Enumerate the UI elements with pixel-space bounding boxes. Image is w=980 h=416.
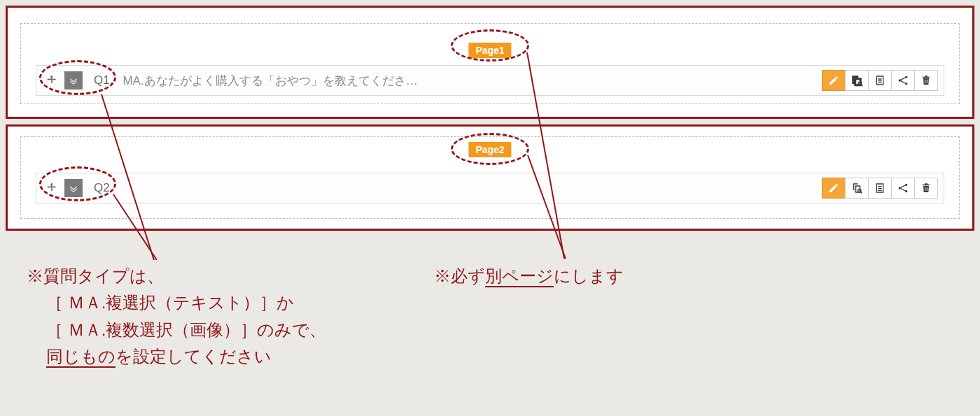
note-left: ※質問タイプは、 ［ ＭＡ.複選択（テキスト）］か ［ ＭＡ.複数選択（画像）］… <box>27 263 326 371</box>
page-panel-2: Page2 Q2. <box>6 124 974 231</box>
note-left-line1: ※質問タイプは、 <box>27 266 164 285</box>
branch-button[interactable] <box>891 178 915 199</box>
question-number: Q1. <box>94 73 113 87</box>
question-row-2[interactable]: Q2. <box>36 173 944 203</box>
question-text: MA.あなたがよく購入する「おやつ」を教えてくださ… <box>122 73 417 89</box>
memo-button[interactable] <box>868 178 892 199</box>
note-left-line2: ［ ＭＡ.複選択（テキスト）］か <box>27 293 294 312</box>
drag-icon[interactable] <box>43 180 60 196</box>
delete-button[interactable] <box>914 178 938 199</box>
row-actions <box>822 178 938 199</box>
question-type-icon[interactable] <box>64 71 83 89</box>
question-number: Q2. <box>94 181 113 195</box>
question-type-icon[interactable] <box>64 179 83 197</box>
svg-line-6 <box>860 192 862 193</box>
page-badge-1: Page1 <box>468 43 511 58</box>
page-badge-2: Page2 <box>468 142 511 157</box>
note-left-line3: ［ ＭＡ.複数選択（画像）］のみで、 <box>27 320 326 339</box>
preview-button[interactable] <box>845 178 869 199</box>
question-row-1[interactable]: Q1. MA.あなたがよく購入する「おやつ」を教えてくださ… <box>36 65 944 96</box>
branch-button[interactable] <box>891 70 915 91</box>
delete-button[interactable] <box>914 70 938 91</box>
preview-button[interactable] <box>845 70 869 91</box>
drag-icon[interactable] <box>43 72 60 89</box>
row-actions <box>822 70 938 91</box>
edit-button[interactable] <box>822 70 846 91</box>
edit-button[interactable] <box>822 178 846 199</box>
note-left-line4: 同じものを設定してください <box>27 347 272 366</box>
note-right: ※必ず別ページにします <box>434 263 624 289</box>
memo-button[interactable] <box>868 70 892 91</box>
page-panel-1: Page1 Q1. MA.あなたがよく購入する「おやつ」を教えてくださ… <box>6 6 974 119</box>
